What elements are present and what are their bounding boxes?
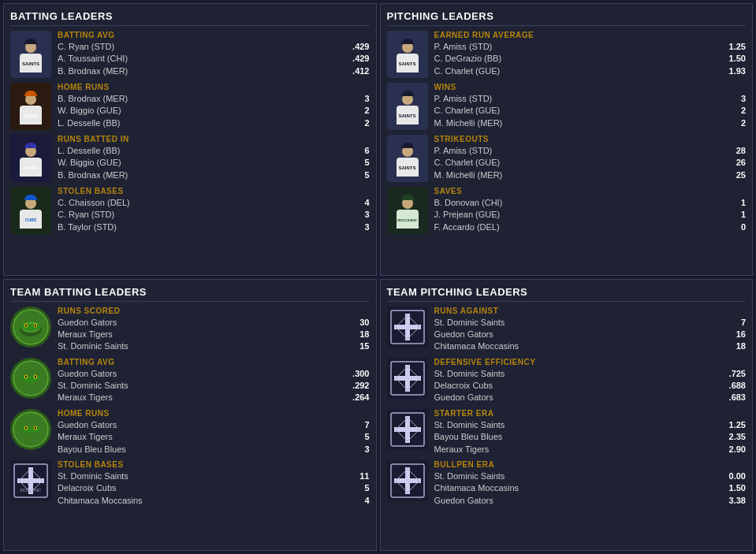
era-content: EARNED RUN AVERAGE P. Amiss (STD) 1.25 C… [434,31,747,77]
era-header: EARNED RUN AVERAGE [434,31,747,39]
stolen-bases-row-3: B. Taylor (STD) 3 [58,221,370,233]
team-ra-row-2: Guedon Gators 16 [434,329,747,340]
st-dominic-logo-1: ST DOMINIC [10,460,51,501]
stolen-bases-row-2: C. Ryan (STD) 3 [58,209,370,221]
st-dominic-svg-5 [389,463,426,499]
rbi-row-1: L. Desselle (BB) 6 [58,145,370,157]
team-sb-row-1: St. Dominic Saints 11 [58,470,370,482]
era-row-3: C. Charlet (GUE) 1.93 [434,65,747,77]
def-eff-section: DEFENSIVE EFFICIENCY St. Dominic Saints … [387,358,747,404]
stolen-bases-avatar: CUBS [10,187,51,234]
team-hr-row-1: Guedon Gators 7 [58,419,370,431]
team-sb-row-3: Chitamaca Moccasins 4 [58,495,370,507]
home-runs-header: HOME RUNS [58,83,370,91]
saves-header: SAVES [434,187,747,195]
rbi-avatar: BLUES [10,135,51,182]
wins-row-3: M. Michelli (MER) 2 [434,117,747,129]
rbi-row-2: W. Biggio (GUE) 5 [58,157,370,169]
team-sb-header: STOLEN BASES [58,460,370,469]
team-ra-row-1: St. Dominic Saints 7 [434,317,747,329]
batting-avg-content: BATTING AVG C. Ryan (STD) .429 A. Toussa… [58,31,370,77]
batting-avg-row-3: B. Brodnax (MER) .412 [58,65,370,77]
rbi-content: RUNS BATTED IN L. Desselle (BB) 6 W. Big… [58,135,370,181]
st-dominic-logo-4 [387,409,428,450]
team-pitching-panel: TEAM PITCHING LEADERS RUNS AGAINST St. D… [380,279,754,552]
home-runs-content: HOME RUNS B. Brodnax (MER) 3 W. Biggio (… [58,83,370,129]
team-runs-row-1: Guedon Gators 30 [58,317,370,329]
team-avg-content: BATTING AVG Guedon Gators .300 St. Domin… [58,358,370,404]
gator-svg-2 [13,360,49,396]
era-avatar: SAINTS [387,31,428,78]
team-runs-header: RUNS SCORED [58,307,370,315]
starter-era-row-1: St. Dominic Saints 1.25 [434,419,747,431]
team-runs-against-content: RUNS AGAINST St. Dominic Saints 7 Guedon… [434,307,747,353]
wins-content: WINS P. Amiss (STD) 3 C. Charlet (GUE) 2… [434,83,747,129]
team-hr-content: HOME RUNS Guedon Gators 7 Meraux Tigers … [58,409,370,455]
saves-row-3: F. Accardo (DEL) 0 [434,221,747,233]
team-runs-content: RUNS SCORED Guedon Gators 30 Meraux Tige… [58,307,370,353]
team-hr-header: HOME RUNS [58,409,370,418]
stolen-bases-row-1: C. Chaisson (DEL) 4 [58,197,370,209]
starter-era-row-3: Meraux Tigers 2.90 [434,444,747,455]
strikeouts-avatar: SAINTS [387,135,428,182]
team-avg-row-2: St. Dominic Saints .292 [58,380,370,392]
home-runs-section: TIGERS HOME RUNS B. Brodnax (MER) 3 W. B… [10,83,370,130]
svg-point-10 [25,375,27,377]
saves-section: MOCCASINS SAVES B. Donovan (CHI) 1 J. Pr… [387,187,747,234]
svg-rect-30 [394,376,421,381]
team-runs-against-header: RUNS AGAINST [434,307,747,315]
team-avg-row-1: Guedon Gators .300 [58,368,370,380]
batting-avg-row-1: C. Ryan (STD) .429 [58,41,370,53]
era-row-2: C. DeGrazio (BB) 1.50 [434,53,747,65]
stolen-bases-content: STOLEN BASES C. Chaisson (DEL) 4 C. Ryan… [58,187,370,233]
wins-section: SAINTS WINS P. Amiss (STD) 3 C. Charlet … [387,83,747,130]
batting-avg-avatar: SAINTS [10,31,51,78]
st-dominic-logo-5 [387,460,428,501]
svg-point-16 [35,426,36,429]
svg-point-11 [35,375,36,377]
home-runs-row-3: L. Desselle (BB) 2 [58,117,370,129]
home-runs-avatar: TIGERS [10,83,51,130]
batting-leaders-panel: BATTING LEADERS SAINTS BATTING AVG C. Ry… [3,3,377,276]
stolen-bases-section: CUBS STOLEN BASES C. Chaisson (DEL) 4 C.… [10,187,370,234]
gator-logo-2 [10,358,51,399]
strikeouts-row-3: M. Michelli (MER) 25 [434,169,747,181]
def-eff-row-3: Guedon Gators .683 [434,392,747,403]
team-runs-section: RUNS SCORED Guedon Gators 30 Meraux Tige… [10,307,370,353]
team-sb-section: ST DOMINIC STOLEN BASES St. Dominic Sain… [10,460,370,507]
stolen-bases-header: STOLEN BASES [58,187,370,195]
batting-avg-section: SAINTS BATTING AVG C. Ryan (STD) .429 A.… [10,31,370,78]
svg-point-15 [25,426,27,429]
home-runs-row-2: W. Biggio (GUE) 2 [58,105,370,117]
bullpen-era-row-3: Guedon Gators 3.38 [434,495,747,507]
saves-content: SAVES B. Donovan (CHI) 1 J. Prejean (GUE… [434,187,747,233]
pitching-leaders-panel: PITCHING LEADERS SAINTS EARNED RUN AVERA… [380,3,754,276]
strikeouts-content: STRIKEOUTS P. Amiss (STD) 28 C. Charlet … [434,135,747,181]
svg-rect-26 [394,325,421,329]
team-pitching-title: TEAM PITCHING LEADERS [387,286,747,302]
gator-logo-3 [10,409,51,450]
st-dominic-logo-3 [387,358,428,399]
team-sb-row-2: Delacroix Cubs 5 [58,482,370,494]
svg-rect-38 [394,478,421,483]
wins-row-1: P. Amiss (STD) 3 [434,93,747,105]
bullpen-era-section: BULLPEN ERA St. Dominic Saints 0.00 Chit… [387,460,747,507]
rbi-row-3: B. Brodnax (MER) 5 [58,169,370,181]
def-eff-row-1: St. Dominic Saints .725 [434,368,747,380]
team-avg-header: BATTING AVG [58,358,370,366]
saves-row-1: B. Donovan (CHI) 1 [434,197,747,209]
wins-avatar: SAINTS [387,83,428,130]
team-batting-panel: TEAM BATTING LEADERS [3,279,377,552]
team-hr-row-2: Meraux Tigers 5 [58,431,370,443]
team-ra-row-3: Chitamaca Moccasins 18 [434,340,747,352]
st-dominic-svg-2 [389,309,426,345]
era-section: SAINTS EARNED RUN AVERAGE P. Amiss (STD)… [387,31,747,78]
def-eff-content: DEFENSIVE EFFICIENCY St. Dominic Saints … [434,358,747,404]
saves-row-2: J. Prejean (GUE) 1 [434,209,747,221]
home-runs-row-1: B. Brodnax (MER) 3 [58,93,370,105]
strikeouts-section: SAINTS STRIKEOUTS P. Amiss (STD) 28 C. C… [387,135,747,182]
def-eff-row-2: Delacroix Cubs .688 [434,380,747,392]
rbi-header: RUNS BATTED IN [58,135,370,143]
svg-point-6 [35,324,36,326]
starter-era-section: STARTER ERA St. Dominic Saints 1.25 Bayo… [387,409,747,455]
